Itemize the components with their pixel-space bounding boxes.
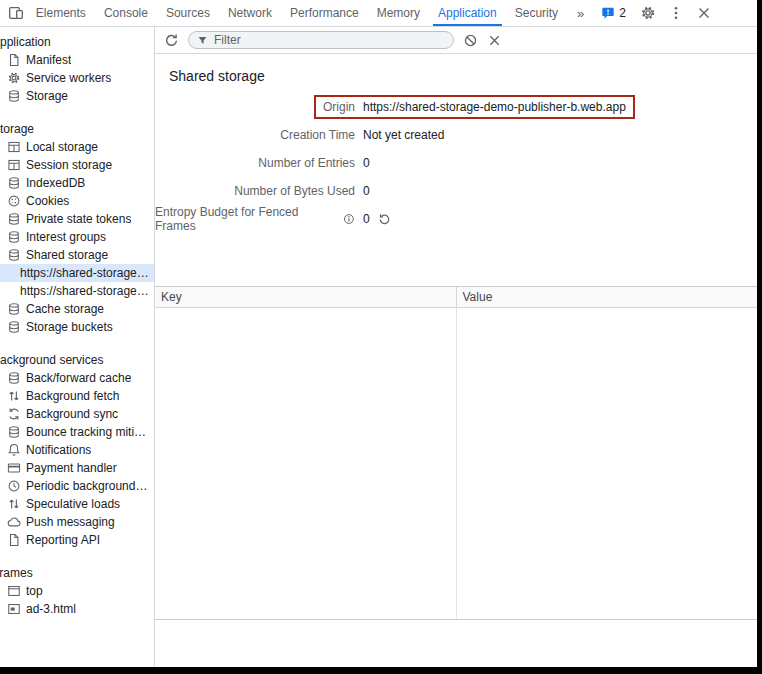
sidebar-item-label: Cookies [26,194,69,208]
close-devtools-button[interactable] [691,5,717,21]
sidebar-item-bounce-tracking-mitigations[interactable]: Bounce tracking mitigations [0,423,154,441]
tab-performance[interactable]: Performance [281,0,368,26]
clock-icon [7,479,21,493]
sidebar-section-background-services[interactable]: Background services [0,350,154,369]
tab-application[interactable]: Application [429,0,506,26]
metadata-value: Not yet created [355,128,444,142]
settings-icon [640,5,656,21]
sidebar-item-storage[interactable]: Storage [0,87,154,105]
sidebar-item-label: Storage [26,89,68,103]
metadata-list: Originhttps://shared-storage-demo-publis… [155,93,757,233]
frame-ad-icon [7,602,21,616]
column-header-key[interactable]: Key [155,287,457,307]
sidebar-item-https-shared-storage-d[interactable]: https://shared-storage-d… [0,264,154,282]
document-icon [7,533,21,547]
sidebar-item-storage-buckets[interactable]: Storage buckets [0,318,154,336]
sidebar-section-storage[interactable]: Storage [0,119,154,138]
tab-sources[interactable]: Sources [157,0,219,26]
application-sidebar: ApplicationManifestService workersStorag… [0,27,155,667]
filter-box[interactable] [188,31,454,49]
sidebar-item-push-messaging[interactable]: Push messaging [0,513,154,531]
sidebar-item-private-state-tokens[interactable]: Private state tokens [0,210,154,228]
database-icon [7,89,21,103]
delete-selected-button[interactable] [487,33,502,48]
sidebar-item-local-storage[interactable]: Local storage [0,138,154,156]
sidebar-item-label: Payment handler [26,461,117,475]
sidebar-item-label: Shared storage [26,248,108,262]
sidebar-item-https-shared-storage-d[interactable]: https://shared-storage-d… [0,282,154,300]
sidebar-item-periodic-background-sync[interactable]: Periodic background sync [0,477,154,495]
sidebar-item-label: Notifications [26,443,91,457]
more-options-button[interactable] [663,5,689,21]
clear-all-button[interactable] [463,33,478,48]
metadata-row: Originhttps://shared-storage-demo-publis… [155,93,757,121]
sidebar-item-background-sync[interactable]: Background sync [0,405,154,423]
sidebar-item-top[interactable]: top [0,582,154,600]
metadata-value-text: https://shared-storage-demo-publisher-b.… [363,100,626,114]
sidebar-item-back-forward-cache[interactable]: Back/forward cache [0,369,154,387]
more-tabs-button[interactable]: » [567,0,594,26]
close-icon [696,5,712,21]
metadata-label: Number of Entries [155,156,355,170]
sidebar-item-payment-handler[interactable]: Payment handler [0,459,154,477]
database-icon [7,176,21,190]
sidebar-section-label: Background services [0,353,103,367]
metadata-value-text: Not yet created [363,128,444,142]
sidebar-item-session-storage[interactable]: Session storage [0,156,154,174]
sidebar-item-indexeddb[interactable]: IndexedDB [0,174,154,192]
shared-storage-toolbar [155,27,757,54]
sidebar-item-reporting-api[interactable]: Reporting API [0,531,154,549]
sidebar-item-shared-storage[interactable]: Shared storage [0,246,154,264]
issues-button[interactable]: 2 [594,6,633,20]
sidebar-item-cache-storage[interactable]: Cache storage [0,300,154,318]
bell-icon [7,443,21,457]
sidebar-item-label: Back/forward cache [26,371,131,385]
reset-budget-button[interactable] [378,213,391,226]
tab-security[interactable]: Security [506,0,567,26]
database-icon [7,320,21,334]
sidebar-item-manifest[interactable]: Manifest [0,51,154,69]
sidebar-item-notifications[interactable]: Notifications [0,441,154,459]
settings-button[interactable] [635,5,661,21]
refresh-button[interactable] [164,33,179,48]
sidebar-item-ad-3-html[interactable]: ad-3.html [0,600,154,618]
sidebar-item-label: https://shared-storage-d… [20,266,150,280]
tab-console[interactable]: Console [95,0,157,26]
metadata-label-text: Entropy Budget for Fenced Frames [155,205,339,233]
database-icon [7,230,21,244]
sidebar-item-label: Speculative loads [26,497,120,511]
reset-icon [378,213,391,226]
metadata-value: 0 [355,212,391,226]
sidebar-item-label: Session storage [26,158,112,172]
tab-memory[interactable]: Memory [368,0,429,26]
filter-input[interactable] [214,33,445,47]
filter-funnel-icon [197,35,208,46]
sidebar-item-speculative-loads[interactable]: Speculative loads [0,495,154,513]
sidebar-section-application[interactable]: Application [0,32,154,51]
sidebar-item-label: Local storage [26,140,98,154]
page-title: Shared storage [155,54,757,93]
device-toolbar-button[interactable] [6,0,27,26]
sidebar-item-label: ad-3.html [26,602,76,616]
database-icon [7,371,21,385]
sidebar-item-label: top [26,584,43,598]
transfer-arrows-icon [7,389,21,403]
tab-network[interactable]: Network [219,0,281,26]
info-icon[interactable] [343,213,355,225]
issues-icon [601,6,615,20]
metadata-label-text: Number of Bytes Used [234,184,355,198]
cloud-icon [7,515,21,529]
sidebar-item-background-fetch[interactable]: Background fetch [0,387,154,405]
metadata-label-text: Origin [323,100,355,114]
sidebar-item-label: Background fetch [26,389,119,403]
tab-elements[interactable]: Elements [27,0,95,26]
sidebar-section-frames[interactable]: Frames [0,563,154,582]
device-toolbar-icon [8,5,24,21]
column-header-value[interactable]: Value [457,287,758,307]
sidebar-item-label: Bounce tracking mitigations [26,425,150,439]
sidebar-item-interest-groups[interactable]: Interest groups [0,228,154,246]
sidebar-item-label: Push messaging [26,515,115,529]
metadata-label-text: Creation Time [280,128,355,142]
sidebar-item-cookies[interactable]: Cookies [0,192,154,210]
sidebar-item-service-workers[interactable]: Service workers [0,69,154,87]
